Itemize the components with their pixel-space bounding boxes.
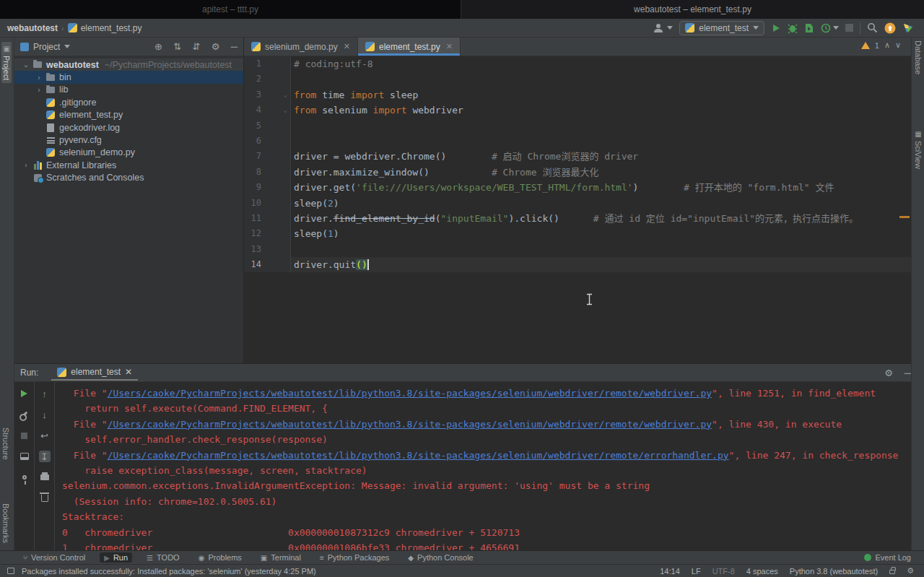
- code-segment-com[interactable]: # 打开本地的 "form.html" 文件: [638, 182, 834, 193]
- line-number[interactable]: 4⌄: [244, 103, 291, 118]
- toolwindow-tab-structure[interactable]: Structure: [1, 428, 10, 460]
- run-console-output[interactable]: File "/Users/caoke/PycharmProjects/webau…: [55, 382, 924, 550]
- code-segment-str[interactable]: 'file:///Users/workspace/WEB_TEST_HTML/f…: [356, 182, 633, 193]
- code-line-7[interactable]: 7driver = webdriver.Chrome() # 启动 Chrome…: [244, 149, 911, 164]
- line-number[interactable]: 3⌄: [244, 87, 291, 103]
- code-segment-pl[interactable]: ): [334, 198, 339, 209]
- status-settings-gear-icon[interactable]: ⚙: [907, 566, 914, 576]
- locate-file-icon[interactable]: ⊕: [154, 41, 162, 52]
- status-cursor-position[interactable]: 14:14: [660, 567, 680, 576]
- code-segment-pl[interactable]: selenium: [316, 105, 372, 116]
- clear-console-icon[interactable]: [39, 493, 51, 504]
- toolwindow-button-terminal[interactable]: ▣Terminal: [256, 552, 305, 563]
- tree-item--gitignore[interactable]: .gitignore: [14, 96, 243, 108]
- code-segment-pl[interactable]: sleep(: [294, 198, 328, 209]
- soft-wrap-icon[interactable]: ↩: [39, 430, 51, 441]
- code-segment-com[interactable]: # Chrome 浏览器最大化: [430, 167, 599, 178]
- search-everywhere-button[interactable]: [867, 22, 878, 33]
- breadcrumb-project[interactable]: webautotest: [7, 23, 58, 33]
- line-number[interactable]: 12: [244, 226, 291, 241]
- code-segment-kw[interactable]: from: [294, 105, 316, 116]
- close-icon[interactable]: ✕: [125, 367, 132, 377]
- tree-item-geckodriver-log[interactable]: geckodriver.log: [14, 121, 243, 134]
- toolwindow-tab-project[interactable]: ▣Project: [1, 42, 12, 83]
- code-line-11[interactable]: 11driver.find_element_by_id("inputEmail"…: [244, 211, 911, 226]
- tree-item-selenium-demo-py[interactable]: selenium_demo.py: [14, 147, 243, 159]
- code-segment-brace[interactable]: (: [356, 259, 362, 270]
- hide-panel-icon[interactable]: ─: [231, 41, 237, 52]
- code-segment-pl[interactable]: (: [435, 213, 441, 224]
- toolwindow-button-version-control[interactable]: ⑂Version Control: [19, 552, 90, 563]
- code-line-10[interactable]: 10sleep(2): [244, 196, 911, 211]
- code-segment-pl[interactable]: driver.: [294, 213, 334, 224]
- close-icon[interactable]: ✕: [446, 42, 453, 51]
- code-line-5[interactable]: 5: [244, 118, 911, 134]
- run-configuration-select[interactable]: element_test: [679, 21, 764, 35]
- print-icon[interactable]: [39, 472, 51, 483]
- code-line-1[interactable]: 1# coding:utf-8: [244, 56, 911, 71]
- tree-item-bin[interactable]: ›bin: [14, 71, 243, 83]
- stacktrace-file-link[interactable]: /Users/caoke/PycharmProjects/webautotest…: [108, 419, 712, 430]
- settings-icon[interactable]: ⚙: [212, 41, 220, 52]
- editor-tab-element-test-py[interactable]: element_test.py✕: [358, 38, 461, 56]
- line-number[interactable]: 1: [244, 56, 291, 71]
- code-segment-pl[interactable]: sleep(: [294, 228, 328, 239]
- toolwindow-button-todo[interactable]: ☰TODO: [142, 552, 184, 563]
- readonly-lock-icon[interactable]: [889, 570, 895, 574]
- code-segment-pl[interactable]: driver.quit: [294, 259, 356, 270]
- scrollbar-warning-mark[interactable]: [899, 216, 910, 218]
- tree-expand-icon[interactable]: ⌄: [20, 61, 32, 69]
- code-segment-kw[interactable]: import: [373, 105, 407, 116]
- code-segment-com[interactable]: # coding:utf-8: [294, 58, 373, 69]
- status-line-separator[interactable]: LF: [692, 567, 701, 576]
- next-problem-icon[interactable]: ∨: [895, 40, 901, 50]
- code-line-4[interactable]: 4⌄from selenium import webdriver: [244, 103, 911, 118]
- code-segment-pl[interactable]: driver.get(: [294, 182, 356, 193]
- code-segment-kw[interactable]: import: [350, 90, 384, 100]
- line-number[interactable]: 11: [244, 211, 291, 226]
- code-segment-pl[interactable]: ): [334, 228, 339, 239]
- close-icon[interactable]: ✕: [344, 42, 350, 51]
- toolwindow-tab-bookmarks[interactable]: Bookmarks: [1, 503, 10, 543]
- front-window-titlebar[interactable]: webautotest – element_test.py: [461, 0, 924, 19]
- run-button[interactable]: [771, 23, 781, 33]
- code-segment-com[interactable]: # 通过 id 定位 id="inputEmail"的元素，执行点击操作。: [559, 213, 858, 224]
- toolwindow-toggle-icon[interactable]: [7, 568, 14, 574]
- code-line-9[interactable]: 9driver.get('file:///Users/workspace/WEB…: [244, 180, 911, 195]
- user-account-button[interactable]: [653, 23, 673, 33]
- code-segment-pl[interactable]: sleep: [384, 90, 418, 100]
- code-segment-pl[interactable]: webdriver: [407, 105, 463, 116]
- tree-item-pyvenv-cfg[interactable]: pyvenv.cfg: [14, 134, 243, 146]
- profiler-button[interactable]: [821, 22, 839, 33]
- tree-item-webautotest[interactable]: ⌄webautotest~/PycharmProjects/webautotes…: [14, 58, 243, 71]
- run-tab[interactable]: element_test ✕: [51, 365, 138, 381]
- pin-tab-icon[interactable]: [19, 472, 30, 483]
- stacktrace-file-link[interactable]: /Users/caoke/PycharmProjects/webautotest…: [108, 388, 712, 399]
- tree-expand-icon[interactable]: ›: [33, 74, 45, 82]
- toolwindow-button-python-packages[interactable]: ≡Python Packages: [315, 552, 393, 563]
- fold-marker-icon[interactable]: ⌄: [284, 87, 287, 103]
- tree-item-element-test-py[interactable]: element_test.py: [14, 109, 243, 121]
- code-line-6[interactable]: 6: [244, 134, 911, 149]
- line-number[interactable]: 9: [244, 180, 291, 195]
- breadcrumb-file[interactable]: element_test.py: [81, 23, 142, 33]
- down-stacktrace-icon[interactable]: ↓: [39, 409, 51, 420]
- ide-plugin-icon[interactable]: [902, 22, 914, 34]
- prev-problem-icon[interactable]: ∧: [884, 40, 890, 50]
- code-line-14[interactable]: 14driver.quit(): [244, 257, 911, 272]
- toolwindow-button-run[interactable]: ▶Run: [100, 552, 132, 563]
- tree-item-external-libraries[interactable]: ›External Libraries: [14, 159, 243, 171]
- stacktrace-file-link[interactable]: /Users/caoke/PycharmProjects/webautotest…: [108, 450, 729, 461]
- project-view-select[interactable]: Project: [20, 42, 70, 52]
- tree-item-lib[interactable]: ›lib: [14, 84, 243, 96]
- code-segment-brace[interactable]: ): [362, 259, 367, 270]
- line-number[interactable]: 6: [244, 134, 291, 149]
- fold-marker-icon[interactable]: ⌄: [284, 103, 287, 118]
- line-number[interactable]: 14: [244, 257, 291, 272]
- status-interpreter[interactable]: Python 3.8 (webautotest): [790, 567, 878, 576]
- tree-expand-icon[interactable]: ›: [33, 86, 45, 94]
- code-segment-com[interactable]: # 启动 Chrome浏览器的 driver: [446, 151, 638, 162]
- line-number[interactable]: 8: [244, 165, 291, 180]
- line-number[interactable]: 2: [244, 71, 291, 87]
- code-segment-kw[interactable]: from: [294, 90, 316, 100]
